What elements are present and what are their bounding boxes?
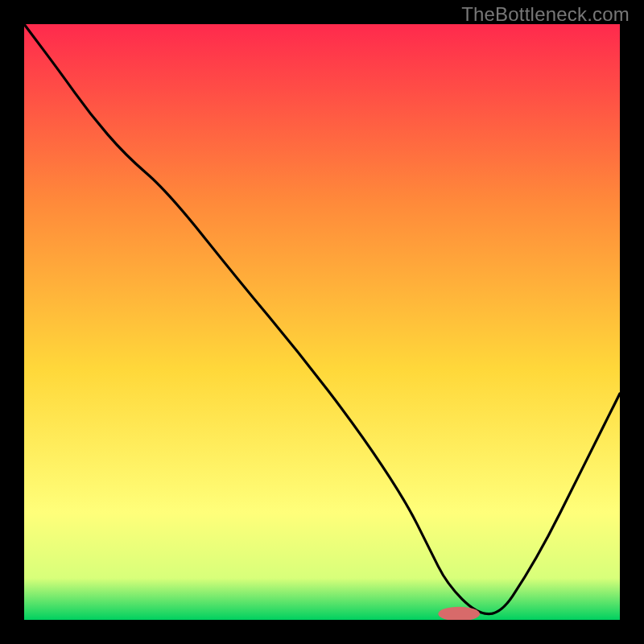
gradient-bg	[24, 24, 620, 620]
chart-frame: TheBottleneck.com	[0, 0, 644, 644]
chart-plot	[24, 24, 620, 620]
chart-svg	[24, 24, 620, 620]
watermark-text: TheBottleneck.com	[461, 3, 630, 26]
